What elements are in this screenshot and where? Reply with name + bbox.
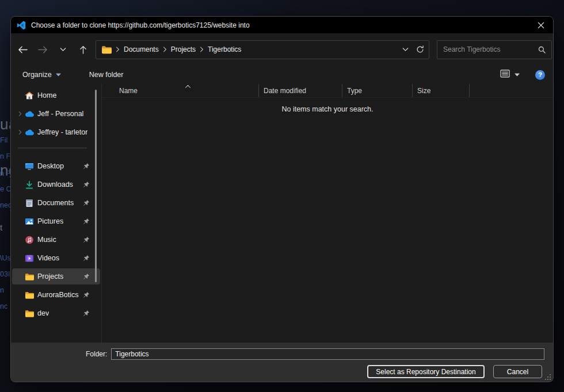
sidebar-item-pictures[interactable]: Pictures [12,213,100,229]
expand-chevron-icon[interactable] [17,111,24,117]
column-header-date-modified[interactable]: Date modified [259,84,342,97]
sidebar-item-aurorabotics[interactable]: AuroraBotics [12,287,100,303]
command-bar-right: ? [500,70,545,80]
pin-icon [83,291,90,298]
background-text-fragment: \Us [0,255,11,262]
magnifier-icon [538,46,546,53]
sidebar-item-label: Documents [37,199,74,207]
onedrive-icon [25,128,34,137]
expand-chevron-icon[interactable] [17,129,24,135]
pin-icon [83,236,90,243]
background-text-fragment: e C [0,186,11,193]
column-header-name[interactable]: Name [102,84,259,97]
breadcrumb-item-tigerbotics[interactable]: Tigerbotics [208,45,241,53]
sidebar-item-label: Projects [37,272,63,280]
arrow-left-icon [18,45,28,54]
sidebar-item-jeffrey-tarletor[interactable]: Jeffrey - tarletor [12,124,100,140]
chevron-right-icon [116,47,120,52]
dialog-footer: Folder: Select as Repository Destination… [11,343,553,382]
command-bar: Organize New folder ? [11,66,553,84]
background-text-fragment: t [0,223,2,232]
sidebar-scrollbar[interactable] [95,90,97,282]
folder-picker-dialog: Choose a folder to clone https://github.… [10,16,554,382]
organize-button[interactable]: Organize [22,71,61,79]
sidebar-item-downloads[interactable]: Downloads [12,176,100,193]
sidebar-item-label: Jeffrey - tarletor [37,128,87,136]
documents-icon [25,199,34,207]
sidebar-item-label: Music [37,236,56,244]
chevron-down-icon [402,47,409,52]
pin-icon [83,218,90,225]
sidebar-item-label: Desktop [37,162,64,170]
sidebar-item-desktop[interactable]: Desktop [12,158,100,174]
resize-grip[interactable] [544,374,551,381]
forward-button [34,41,51,58]
background-text-fragment: Fil [0,137,7,144]
empty-results-message: No items match your search. [102,105,553,113]
file-list-area: NameDate modifiedTypeSize No items match… [101,84,553,343]
pictures-icon [25,217,34,226]
pin-icon [83,273,90,280]
arrow-right-icon [38,45,48,54]
sidebar-item-dev[interactable]: dev [12,305,100,321]
videos-icon [25,254,34,263]
downloads-icon [25,180,34,189]
search-box[interactable] [437,40,552,59]
details-view-icon [500,70,510,80]
dialog-content: HomeJeff - PersonalJeffrey - tarletorDes… [11,84,553,343]
address-dropdown-button[interactable] [398,41,413,58]
new-folder-button[interactable]: New folder [89,71,124,79]
background-text-fragment: nc [0,303,7,310]
chevron-right-icon [163,47,167,52]
column-header-label: Size [417,87,430,95]
close-button[interactable] [531,17,551,33]
column-header-label: Date modified [264,87,306,95]
sidebar-item-jeff-personal[interactable]: Jeff - Personal [12,106,100,122]
sidebar-item-projects[interactable]: Projects [12,268,100,285]
up-button[interactable] [74,41,92,58]
sidebar-item-label: Pictures [37,217,63,225]
desktop-icon [25,162,34,171]
folder-icon [25,291,34,299]
pin-icon [83,181,90,188]
breadcrumb-item-projects[interactable]: Projects [171,45,196,53]
sidebar-item-label: Videos [37,254,59,262]
screen: uaFiln Fngn Fe Cnect\Us03Innc Choose a f… [0,0,564,392]
breadcrumb-item-documents[interactable]: Documents [124,45,159,53]
vscode-logo-icon [17,21,26,30]
background-text-fragment: n F [0,153,10,160]
view-options-button[interactable] [500,70,520,80]
pin-icon [83,199,90,206]
navigation-toolbar: DocumentsProjectsTigerbotics [11,33,553,66]
background-text-fragment: n [0,287,4,294]
address-bar[interactable]: DocumentsProjectsTigerbotics [96,40,429,59]
column-headers: NameDate modifiedTypeSize [102,84,553,98]
sidebar-item-videos[interactable]: Videos [12,250,100,266]
onedrive-icon [25,110,34,118]
pin-icon [83,310,90,317]
folder-name-input[interactable] [111,348,544,360]
sidebar-item-label: dev [37,309,49,317]
cancel-button[interactable]: Cancel [493,365,542,378]
sidebar-item-documents[interactable]: Documents [12,195,100,211]
column-header-size[interactable]: Size [413,84,470,97]
recent-button[interactable] [54,41,71,58]
pin-icon [83,255,90,262]
select-repository-destination-button[interactable]: Select as Repository Destination [367,365,485,378]
button-row: Select as Repository Destination Cancel [11,365,553,378]
sidebar-item-home[interactable]: Home [12,87,100,103]
refresh-button[interactable] [413,41,428,58]
folder-row: Folder: [11,348,553,360]
dropdown-triangle-icon [56,73,61,76]
chevron-right-icon [200,47,204,52]
sidebar: HomeJeff - PersonalJeffrey - tarletorDes… [11,84,101,343]
arrow-up-icon [78,45,88,54]
back-button[interactable] [14,41,31,58]
sidebar-item-music[interactable]: Music [12,232,100,248]
help-button[interactable]: ? [535,70,545,80]
sidebar-separator [18,148,87,148]
new-folder-label: New folder [89,71,124,79]
search-input[interactable] [443,45,538,53]
background-text-fragment: n F [0,170,10,178]
column-header-type[interactable]: Type [342,84,413,97]
